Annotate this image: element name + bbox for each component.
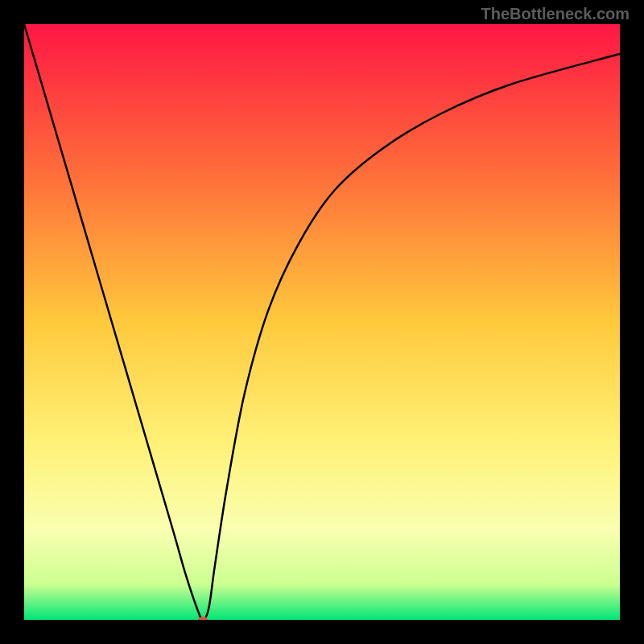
chart-svg [24,24,620,620]
chart-container: TheBottleneck.com [0,0,644,644]
watermark-text: TheBottleneck.com [481,5,630,23]
plot-area [24,24,620,620]
gradient-background [24,24,620,620]
